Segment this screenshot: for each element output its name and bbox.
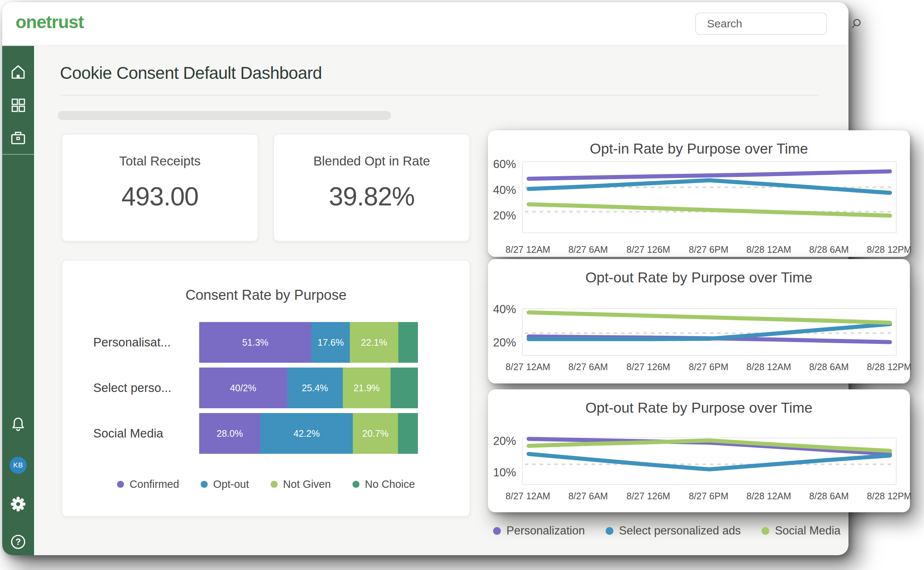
bar-segment-green: 20.7% <box>353 413 398 454</box>
plot-area <box>522 161 896 233</box>
x-axis-tick: 8/27 6PM <box>688 244 728 255</box>
chart-title: Opt-in Rate by Purpose over Time <box>488 141 910 157</box>
line-series-blue <box>529 454 890 470</box>
x-axis-tick: 8/27 126M <box>626 491 670 501</box>
bar-chart-legend: Confirmed Opt-out Not Given No Choice <box>62 478 470 490</box>
legend-item: Confirmed <box>117 478 179 490</box>
kpi-value: 493.00 <box>62 182 257 211</box>
chart-title: Opt-out Rate by Purpose over Time <box>488 400 910 416</box>
x-axis-tick: 8/28 12AM <box>746 491 791 501</box>
legend-label: Select personalized ads <box>619 524 741 538</box>
user-avatar[interactable]: KB <box>2 455 34 476</box>
svg-text:?: ? <box>15 537 21 547</box>
bar-segment-value: 20.7% <box>362 428 389 439</box>
chart-title: Consent Rate by Purpose <box>62 287 470 303</box>
x-axis-tick: 8/28 12AM <box>746 244 791 255</box>
bar-segment-purple: 51.3% <box>199 322 311 363</box>
page-title: Cookie Consent Default Dashboard <box>60 63 322 83</box>
bar-category-label: Social Media <box>93 426 199 440</box>
app-header: onetrust <box>2 2 849 46</box>
legend-label: Opt-out <box>213 478 249 490</box>
bar-segment-value: 51.3% <box>242 337 268 348</box>
x-axis-tick: 8/28 6AM <box>809 491 849 501</box>
bar-track: 40/2%25.4%21.9% <box>199 368 418 408</box>
x-axis-tick: 8/28 12PM <box>867 244 912 255</box>
y-axis-tick: 20% <box>488 209 516 222</box>
bar-row: Social Media 28.0%42.2%20.7% <box>93 413 418 454</box>
legend-dot <box>117 481 124 488</box>
bar-segment-green: 21.9% <box>343 368 391 408</box>
help-icon[interactable]: ? <box>2 532 34 552</box>
legend-item: Not Given <box>271 478 331 490</box>
bar-chart: Personalisat... 51.3%17.6%22.1% Select p… <box>93 322 418 458</box>
x-axis-tick: 8/27 6PM <box>688 362 728 372</box>
sidebar-nav: KB ? <box>2 46 34 555</box>
chart-title: Opt-out Rate by Purpose over Time <box>488 270 910 286</box>
plot-area <box>522 308 896 356</box>
bar-segment-teal <box>391 368 418 408</box>
onetrust-logo[interactable]: onetrust <box>15 12 84 32</box>
legend-label: No Choice <box>365 478 415 490</box>
legend-dot <box>762 527 769 535</box>
x-axis-tick: 8/27 6AM <box>568 491 608 501</box>
x-axis-tick: 8/27 6PM <box>688 491 728 501</box>
bar-segment-blue: 25.4% <box>287 368 343 408</box>
x-axis-tick: 8/28 12AM <box>746 362 791 372</box>
legend-label: Confirmed <box>130 478 179 490</box>
bar-row: Select perso... 40/2%25.4%21.9% <box>93 368 418 408</box>
bar-segment-purple: 40/2% <box>199 368 287 408</box>
legend-label: Social Media <box>775 524 840 538</box>
search-box <box>695 12 827 35</box>
apps-grid-icon[interactable] <box>2 95 34 115</box>
bar-track: 51.3%17.6%22.1% <box>199 322 418 363</box>
bar-track: 28.0%42.2%20.7% <box>199 413 418 454</box>
search-input[interactable] <box>707 17 850 30</box>
sidebar-divider <box>2 154 34 155</box>
x-axis-tick: 8/27 12AM <box>506 362 550 372</box>
legend-label: Personalization <box>506 524 585 538</box>
line-series-purple <box>529 172 890 179</box>
legend-item: Select personalized ads <box>606 524 741 538</box>
x-axis-tick: 8/27 6AM <box>568 362 608 372</box>
bar-category-label: Select perso... <box>93 381 199 395</box>
plot-area <box>522 438 896 485</box>
line-series-green <box>529 204 890 215</box>
home-icon[interactable] <box>2 61 34 82</box>
y-axis-tick: 20% <box>488 435 516 448</box>
legend-item: No Choice <box>352 478 415 490</box>
legend-item: Opt-out <box>201 478 249 490</box>
bar-segment-teal <box>398 413 418 454</box>
filter-skeleton-bar <box>58 111 391 120</box>
legend-item: Social Media <box>762 524 840 538</box>
bar-segment-blue: 17.6% <box>311 322 350 363</box>
screenshot-canvas: onetrust <box>0 0 924 570</box>
line-charts-legend: Personalization Select personalized ads … <box>493 524 915 538</box>
notifications-bell-icon[interactable] <box>2 414 34 435</box>
bar-segment-value: 40/2% <box>230 383 256 394</box>
search-icon[interactable] <box>850 17 863 30</box>
briefcase-icon[interactable] <box>2 127 34 148</box>
legend-dot <box>201 481 208 488</box>
line-series-green <box>529 313 890 323</box>
y-axis-tick: 40% <box>488 184 516 197</box>
bar-segment-value: 42.2% <box>294 428 320 439</box>
legend-dot <box>606 527 613 535</box>
x-axis-tick: 8/27 12AM <box>506 491 550 501</box>
legend-dot <box>352 481 359 488</box>
y-axis-tick: 10% <box>488 466 516 479</box>
bar-row: Personalisat... 51.3%17.6%22.1% <box>93 322 418 363</box>
bar-category-label: Personalisat... <box>93 336 199 349</box>
legend-dot <box>493 527 501 535</box>
x-axis-tick: 8/27 6AM <box>568 244 608 255</box>
x-axis-tick: 8/28 6AM <box>809 362 849 372</box>
bar-segment-purple: 28.0% <box>199 413 260 454</box>
avatar-initials: KB <box>10 457 27 474</box>
bar-segment-value: 21.9% <box>354 383 380 394</box>
x-axis-tick: 8/27 126M <box>626 244 670 255</box>
y-axis-tick: 40% <box>488 303 516 316</box>
x-axis-tick: 8/28 6AM <box>809 244 849 255</box>
legend-label: Not Given <box>283 478 331 490</box>
x-axis-tick: 8/27 12AM <box>506 244 550 255</box>
settings-gear-icon[interactable] <box>2 494 34 515</box>
opt-out-rate-chart-card-1: Opt-out Rate by Purpose over Time 40%20%… <box>488 259 910 383</box>
